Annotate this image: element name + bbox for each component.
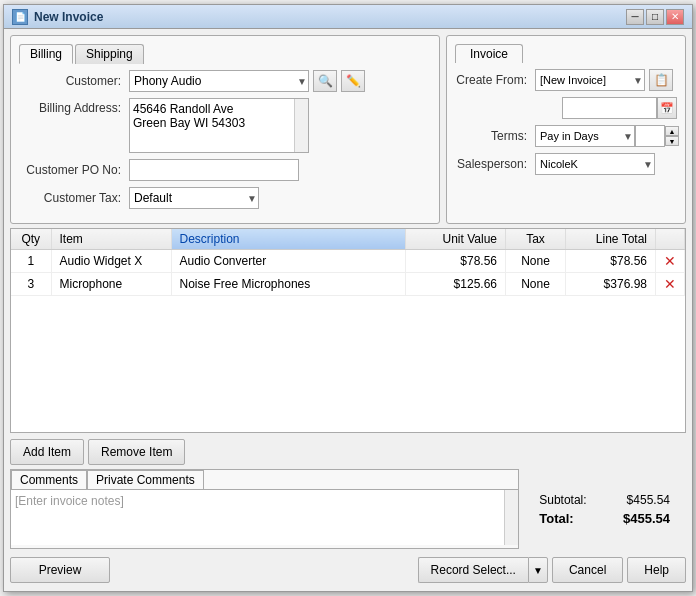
content-area: Billing Shipping Customer: Phony Audio ▼… <box>4 29 692 591</box>
col-tax[interactable]: Tax <box>506 229 566 250</box>
record-select-group: Record Select... ▼ <box>418 557 548 583</box>
customer-select-wrapper: Phony Audio ▼ 🔍 ✏️ <box>129 70 365 92</box>
delete-icon[interactable]: ✕ <box>664 276 676 292</box>
cell-item: Microphone <box>51 273 171 296</box>
col-unit-value[interactable]: Unit Value <box>406 229 506 250</box>
title-bar: 📄 New Invoice ─ □ ✕ <box>4 5 692 29</box>
invoice-date-input[interactable]: 9/24/2012 <box>562 97 657 119</box>
remove-item-button[interactable]: Remove Item <box>88 439 185 465</box>
shipping-tab[interactable]: Shipping <box>75 44 144 64</box>
table-row[interactable]: 3 Microphone Noise Free Microphones $125… <box>11 273 685 296</box>
cell-item: Audio Widget X <box>51 250 171 273</box>
maximize-button[interactable]: □ <box>646 9 664 25</box>
cell-unit-value: $78.56 <box>406 250 506 273</box>
create-from-row: Create From: [New Invoice] ▼ 📋 <box>455 69 677 91</box>
header-row: Qty Item Description Unit Value Tax Line… <box>11 229 685 250</box>
comments-panel: Comments Private Comments [Enter invoice… <box>10 469 519 549</box>
customer-po-input[interactable] <box>129 159 299 181</box>
create-from-icon-button[interactable]: 📋 <box>649 69 673 91</box>
comments-tab-row: Comments Private Comments <box>11 470 518 489</box>
total-row: Total: $455.54 <box>539 511 670 526</box>
cell-description: Noise Free Microphones <box>171 273 406 296</box>
salesperson-label: Salesperson: <box>455 157 535 171</box>
address-line2: Green Bay WI 54303 <box>133 116 305 130</box>
customer-po-label: Customer PO No: <box>19 163 129 177</box>
comments-totals-section: Comments Private Comments [Enter invoice… <box>10 469 686 549</box>
minimize-button[interactable]: ─ <box>626 9 644 25</box>
billing-tab[interactable]: Billing <box>19 44 73 64</box>
subtotal-row: Subtotal: $455.54 <box>539 493 670 507</box>
customer-po-row: Customer PO No: <box>19 159 431 181</box>
preview-button[interactable]: Preview <box>10 557 110 583</box>
terms-row: Terms: Pay in Days ▼ 30 ▲ ▼ <box>455 125 677 147</box>
salesperson-select-wrapper: NicoleK ▼ <box>535 153 655 175</box>
billing-panel: Billing Shipping Customer: Phony Audio ▼… <box>10 35 440 224</box>
cell-delete[interactable]: ✕ <box>656 273 685 296</box>
invoice-panel: Invoice Create From: [New Invoice] ▼ 📋 <box>446 35 686 224</box>
table-row[interactable]: 1 Audio Widget X Audio Converter $78.56 … <box>11 250 685 273</box>
total-label: Total: <box>539 511 573 526</box>
customer-select-wrapper-inner: Phony Audio ▼ <box>129 70 309 92</box>
terms-days-input[interactable]: 30 <box>635 125 665 147</box>
cell-line-total: $78.56 <box>566 250 656 273</box>
customer-tax-label: Customer Tax: <box>19 191 129 205</box>
main-window: 📄 New Invoice ─ □ ✕ Billing Shipping Cus… <box>3 4 693 592</box>
spinner-up[interactable]: ▲ <box>665 126 679 136</box>
spinner-down[interactable]: ▼ <box>665 136 679 146</box>
cell-qty: 1 <box>11 250 51 273</box>
customer-label: Customer: <box>19 74 129 88</box>
table-body: 1 Audio Widget X Audio Converter $78.56 … <box>11 250 685 296</box>
cell-description: Audio Converter <box>171 250 406 273</box>
create-from-select[interactable]: [New Invoice] <box>535 69 645 91</box>
record-select-button[interactable]: Record Select... <box>418 557 528 583</box>
comments-scrollbar[interactable] <box>504 490 518 545</box>
total-value: $455.54 <box>623 511 670 526</box>
col-item[interactable]: Item <box>51 229 171 250</box>
items-table-section: Qty Item Description Unit Value Tax Line… <box>10 228 686 433</box>
salesperson-select[interactable]: NicoleK <box>535 153 655 175</box>
cell-line-total: $376.98 <box>566 273 656 296</box>
col-qty[interactable]: Qty <box>11 229 51 250</box>
totals-section: Subtotal: $455.54 Total: $455.54 <box>523 469 686 549</box>
customer-edit-button[interactable]: ✏️ <box>341 70 365 92</box>
cancel-button[interactable]: Cancel <box>552 557 623 583</box>
terms-spinner: ▲ ▼ <box>665 126 679 146</box>
add-item-button[interactable]: Add Item <box>10 439 84 465</box>
cell-qty: 3 <box>11 273 51 296</box>
help-button[interactable]: Help <box>627 557 686 583</box>
window-title: New Invoice <box>34 10 626 24</box>
salesperson-row: Salesperson: NicoleK ▼ <box>455 153 677 175</box>
billing-address-box: 45646 Randoll Ave Green Bay WI 54303 <box>129 98 309 153</box>
comments-area[interactable]: [Enter invoice notes] <box>11 489 518 545</box>
customer-tax-select[interactable]: Default <box>129 187 259 209</box>
record-select-dropdown[interactable]: ▼ <box>528 557 548 583</box>
col-description[interactable]: Description <box>171 229 406 250</box>
subtotal-label: Subtotal: <box>539 493 586 507</box>
cell-unit-value: $125.66 <box>406 273 506 296</box>
address-scrollbar[interactable] <box>294 99 308 152</box>
terms-select[interactable]: Pay in Days <box>535 125 635 147</box>
customer-tax-row: Customer Tax: Default ▼ <box>19 187 431 209</box>
col-delete <box>656 229 685 250</box>
footer-bar: Preview Record Select... ▼ Cancel Help <box>10 553 686 585</box>
terms-label: Terms: <box>455 129 535 143</box>
billing-tab-row: Billing Shipping <box>19 44 431 64</box>
comments-tab[interactable]: Comments <box>11 470 87 489</box>
billing-address-row: Billing Address: 45646 Randoll Ave Green… <box>19 98 431 153</box>
customer-search-button[interactable]: 🔍 <box>313 70 337 92</box>
invoice-tab[interactable]: Invoice <box>455 44 523 63</box>
col-line-total[interactable]: Line Total <box>566 229 656 250</box>
top-section: Billing Shipping Customer: Phony Audio ▼… <box>10 35 686 224</box>
create-from-select-wrapper: [New Invoice] ▼ <box>535 69 645 91</box>
comments-placeholder: [Enter invoice notes] <box>15 494 124 508</box>
customer-select[interactable]: Phony Audio <box>129 70 309 92</box>
private-comments-tab[interactable]: Private Comments <box>87 470 204 489</box>
create-from-label: Create From: <box>455 73 535 87</box>
delete-icon[interactable]: ✕ <box>664 253 676 269</box>
close-button[interactable]: ✕ <box>666 9 684 25</box>
cell-delete[interactable]: ✕ <box>656 250 685 273</box>
customer-row: Customer: Phony Audio ▼ 🔍 ✏️ <box>19 70 431 92</box>
calendar-button[interactable]: 📅 <box>657 97 677 119</box>
cell-tax: None <box>506 250 566 273</box>
window-icon: 📄 <box>12 9 28 25</box>
